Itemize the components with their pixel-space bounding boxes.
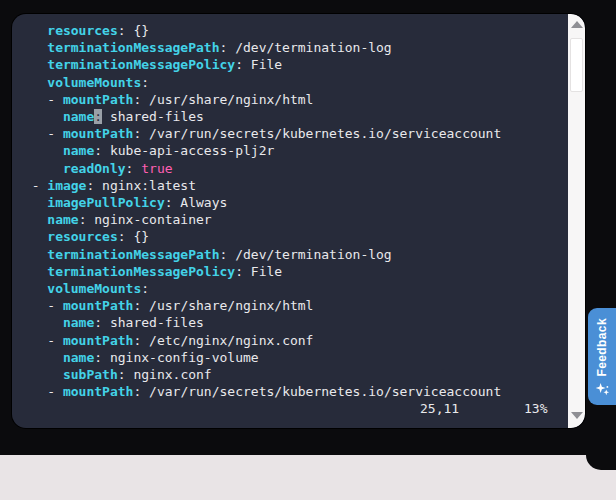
- code-segment-key: resources: [47, 229, 117, 244]
- code-line: name: nginx-container: [16, 211, 561, 228]
- code-segment-plain: : File: [235, 57, 282, 72]
- feedback-button-label: Feedback: [595, 318, 609, 377]
- code-line: - image: nginx:latest: [16, 177, 561, 194]
- code-segment-plain: : /var/run/secrets/kubernetes.io/service…: [133, 384, 501, 399]
- code-segment-key: readOnly: [63, 161, 126, 176]
- code-segment-key: terminationMessagePolicy: [47, 264, 235, 279]
- code-segment-plain: : {}: [118, 23, 149, 38]
- code-segment-key: name: [63, 109, 94, 124]
- code-line: terminationMessagePolicy: File: [16, 56, 561, 73]
- cursor-position: 25,11: [420, 401, 459, 416]
- code-segment-plain: [16, 195, 47, 210]
- code-segment-plain: [16, 281, 47, 296]
- code-segment-plain: : shared-files: [94, 315, 204, 330]
- code-line: volumeMounts:: [16, 74, 561, 91]
- code-segment-plain: [16, 40, 47, 55]
- code-segment-key: name: [47, 212, 78, 227]
- code-segment-plain: [16, 109, 63, 124]
- yaml-code-area[interactable]: resources: {} terminationMessagePath: /d…: [16, 22, 561, 398]
- code-segment-cursor: :: [94, 109, 102, 124]
- code-segment-plain: [16, 212, 47, 227]
- code-segment-plain: : /var/run/secrets/kubernetes.io/service…: [133, 126, 501, 141]
- code-segment-plain: -: [16, 178, 47, 193]
- code-segment-plain: shared-files: [102, 109, 204, 124]
- code-line: name: kube-api-access-plj2r: [16, 142, 561, 159]
- taskbar: T ✓: [0, 455, 616, 500]
- code-segment-plain: [16, 350, 63, 365]
- code-segment-plain: [16, 143, 63, 158]
- code-segment-plain: : Always: [165, 195, 228, 210]
- code-segment-plain: :: [141, 281, 149, 296]
- code-segment-plain: : kube-api-access-plj2r: [94, 143, 274, 158]
- scrollbar-thumb[interactable]: [570, 38, 583, 92]
- code-segment-key: subPath: [63, 367, 118, 382]
- code-line: readOnly: true: [16, 160, 561, 177]
- code-segment-key: volumeMounts: [47, 75, 141, 90]
- code-segment-key: name: [63, 143, 94, 158]
- code-line: terminationMessagePath: /dev/termination…: [16, 246, 561, 263]
- vertical-scrollbar[interactable]: [568, 14, 585, 428]
- code-segment-plain: :: [126, 161, 142, 176]
- code-segment-plain: [16, 264, 47, 279]
- scroll-up-arrow-icon[interactable]: [571, 21, 583, 28]
- sparkle-icon: [595, 382, 610, 397]
- code-segment-plain: [16, 161, 63, 176]
- code-line: - mountPath: /usr/share/nginx/html: [16, 91, 561, 108]
- code-segment-key: terminationMessagePath: [47, 247, 219, 262]
- code-segment-plain: : nginx-container: [79, 212, 212, 227]
- code-line: - mountPath: /var/run/secrets/kubernetes…: [16, 125, 561, 142]
- code-segment-plain: -: [16, 92, 63, 107]
- code-line: imagePullPolicy: Always: [16, 194, 561, 211]
- desktop: resources: {} terminationMessagePath: /d…: [0, 0, 616, 500]
- code-line: - mountPath: /usr/share/nginx/html: [16, 297, 561, 314]
- code-line: resources: {}: [16, 228, 561, 245]
- code-segment-plain: -: [16, 126, 63, 141]
- code-segment-plain: [16, 57, 47, 72]
- code-segment-key: name: [63, 350, 94, 365]
- code-segment-plain: [16, 229, 47, 244]
- code-segment-plain: : nginx:latest: [86, 178, 196, 193]
- code-segment-key: mountPath: [63, 92, 133, 107]
- code-segment-key: terminationMessagePath: [47, 40, 219, 55]
- code-segment-plain: [16, 23, 47, 38]
- code-segment-plain: : /usr/share/nginx/html: [133, 298, 313, 313]
- code-line: - mountPath: /etc/nginx/nginx.conf: [16, 332, 561, 349]
- code-line: terminationMessagePolicy: File: [16, 263, 561, 280]
- code-segment-plain: : /dev/termination-log: [220, 40, 392, 55]
- code-segment-plain: : nginx.conf: [118, 367, 212, 382]
- feedback-button[interactable]: Feedback: [588, 308, 616, 405]
- code-line: volumeMounts:: [16, 280, 561, 297]
- scroll-down-arrow-icon[interactable]: [571, 412, 583, 419]
- code-segment-key: mountPath: [63, 384, 133, 399]
- code-line: name: nginx-config-volume: [16, 349, 561, 366]
- terminal-window: resources: {} terminationMessagePath: /d…: [12, 14, 585, 428]
- code-segment-key: mountPath: [63, 298, 133, 313]
- code-segment-key: mountPath: [63, 333, 133, 348]
- code-segment-plain: -: [16, 298, 63, 313]
- code-segment-plain: [16, 75, 47, 90]
- code-segment-plain: : /dev/termination-log: [220, 247, 392, 262]
- code-segment-plain: : {}: [118, 229, 149, 244]
- code-line: terminationMessagePath: /dev/termination…: [16, 39, 561, 56]
- code-segment-key: name: [63, 315, 94, 330]
- code-segment-plain: [16, 367, 63, 382]
- code-segment-plain: : File: [235, 264, 282, 279]
- code-segment-plain: -: [16, 384, 63, 399]
- code-line: name: shared-files: [16, 314, 561, 331]
- code-segment-plain: [16, 247, 47, 262]
- code-segment-plain: -: [16, 333, 63, 348]
- code-segment-plain: : /usr/share/nginx/html: [133, 92, 313, 107]
- code-line: resources: {}: [16, 22, 561, 39]
- code-segment-key: resources: [47, 23, 117, 38]
- code-segment-key: mountPath: [63, 126, 133, 141]
- code-segment-key: image: [47, 178, 86, 193]
- code-segment-plain: : nginx-config-volume: [94, 350, 258, 365]
- code-line: name: shared-files: [16, 108, 561, 125]
- code-line: subPath: nginx.conf: [16, 366, 561, 383]
- code-segment-key: imagePullPolicy: [47, 195, 164, 210]
- code-segment-key: terminationMessagePolicy: [47, 57, 235, 72]
- code-line: - mountPath: /var/run/secrets/kubernetes…: [16, 383, 561, 400]
- code-segment-plain: [16, 315, 63, 330]
- code-segment-key: volumeMounts: [47, 281, 141, 296]
- code-segment-plain: :: [141, 75, 149, 90]
